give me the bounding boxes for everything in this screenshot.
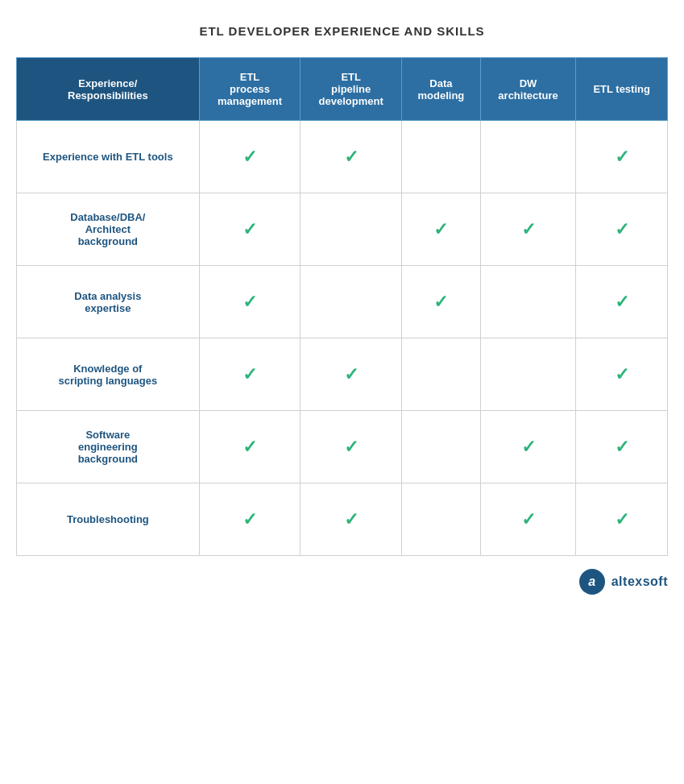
- checkmark-icon: ✓: [615, 437, 629, 457]
- cell-3-etl_testing: ✓: [576, 338, 668, 411]
- table-row: Experience with ETL tools✓✓✓: [17, 121, 668, 193]
- col-header-dw-architecture: DWarchitecture: [480, 58, 575, 121]
- cell-3-etl_pipeline: ✓: [301, 338, 402, 411]
- checkmark-icon: ✓: [615, 147, 629, 167]
- checkmark-icon: ✓: [344, 437, 359, 457]
- checkmark-icon: ✓: [344, 364, 359, 384]
- checkmark-icon: ✓: [521, 437, 536, 457]
- logo-text: altexsoft: [611, 575, 668, 589]
- col-header-responsibility: Experience/Responsibilities: [17, 58, 200, 121]
- cell-0-etl_process: ✓: [199, 121, 301, 193]
- cell-2-etl_process: ✓: [199, 266, 301, 338]
- cell-1-etl_pipeline: [301, 193, 402, 266]
- cell-4-dw_architecture: ✓: [480, 411, 575, 483]
- col-header-etl-process: ETLprocessmanagement: [199, 58, 301, 121]
- checkmark-icon: ✓: [433, 219, 448, 239]
- table-wrapper: Experience/Responsibilities ETLprocessma…: [16, 57, 668, 556]
- cell-2-data_modeling: ✓: [402, 266, 481, 338]
- checkmark-icon: ✓: [344, 509, 359, 529]
- cell-2-etl_testing: ✓: [576, 266, 668, 338]
- cell-5-etl_process: ✓: [199, 483, 301, 556]
- row-label-0: Experience with ETL tools: [17, 121, 200, 193]
- checkmark-icon: ✓: [243, 437, 257, 457]
- row-label-3: Knowledge ofscripting languages: [17, 338, 200, 411]
- cell-1-etl_testing: ✓: [576, 193, 668, 266]
- table-row: Knowledge ofscripting languages✓✓✓: [17, 338, 668, 411]
- table-row: Softwareengineeringbackground✓✓✓✓: [17, 411, 668, 483]
- checkmark-icon: ✓: [344, 147, 359, 167]
- cell-4-data_modeling: [402, 411, 481, 483]
- cell-1-etl_process: ✓: [199, 193, 301, 266]
- checkmark-icon: ✓: [521, 509, 536, 529]
- row-label-4: Softwareengineeringbackground: [17, 411, 200, 483]
- row-label-2: Data analysisexpertise: [17, 266, 200, 338]
- cell-4-etl_testing: ✓: [576, 411, 668, 483]
- col-header-data-modeling: Datamodeling: [402, 58, 481, 121]
- cell-1-data_modeling: ✓: [402, 193, 481, 266]
- cell-3-dw_architecture: [480, 338, 575, 411]
- table-row: Troubleshooting✓✓✓✓: [17, 483, 668, 556]
- cell-0-etl_testing: ✓: [576, 121, 668, 193]
- cell-5-etl_testing: ✓: [576, 483, 668, 556]
- row-label-5: Troubleshooting: [17, 483, 200, 556]
- footer: a altexsoft: [16, 569, 668, 595]
- cell-5-data_modeling: [402, 483, 481, 556]
- skills-table: Experience/Responsibilities ETLprocessma…: [16, 57, 668, 556]
- logo-icon-letter: a: [588, 575, 595, 589]
- cell-5-dw_architecture: ✓: [480, 483, 575, 556]
- checkmark-icon: ✓: [615, 219, 629, 239]
- checkmark-icon: ✓: [243, 147, 257, 167]
- row-label-1: Database/DBA/Architectbackground: [17, 193, 200, 266]
- cell-0-dw_architecture: [480, 121, 575, 193]
- checkmark-icon: ✓: [243, 509, 257, 529]
- checkmark-icon: ✓: [433, 292, 448, 312]
- cell-2-etl_pipeline: [301, 266, 402, 338]
- checkmark-icon: ✓: [243, 219, 257, 239]
- cell-4-etl_process: ✓: [199, 411, 301, 483]
- col-header-etl-pipeline: ETLpipelinedevelopment: [301, 58, 402, 121]
- table-row: Data analysisexpertise✓✓✓: [17, 266, 668, 338]
- cell-1-dw_architecture: ✓: [480, 193, 575, 266]
- table-header-row: Experience/Responsibilities ETLprocessma…: [17, 58, 668, 121]
- page-title: ETL DEVELOPER EXPERIENCE AND SKILLS: [199, 24, 484, 38]
- cell-4-etl_pipeline: ✓: [301, 411, 402, 483]
- col-header-etl-testing: ETL testing: [576, 58, 668, 121]
- cell-3-data_modeling: [402, 338, 481, 411]
- cell-0-data_modeling: [402, 121, 481, 193]
- cell-5-etl_pipeline: ✓: [301, 483, 402, 556]
- logo-icon: a: [579, 569, 605, 595]
- cell-3-etl_process: ✓: [199, 338, 301, 411]
- checkmark-icon: ✓: [243, 364, 257, 384]
- checkmark-icon: ✓: [615, 292, 629, 312]
- cell-2-dw_architecture: [480, 266, 575, 338]
- cell-0-etl_pipeline: ✓: [301, 121, 402, 193]
- table-row: Database/DBA/Architectbackground✓✓✓✓: [17, 193, 668, 266]
- checkmark-icon: ✓: [615, 364, 629, 384]
- checkmark-icon: ✓: [243, 292, 257, 312]
- checkmark-icon: ✓: [521, 219, 536, 239]
- checkmark-icon: ✓: [615, 509, 629, 529]
